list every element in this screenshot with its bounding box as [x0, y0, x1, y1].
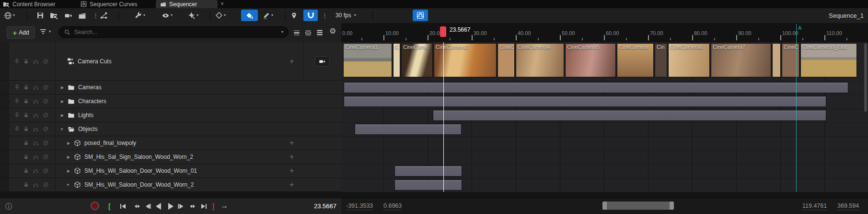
auto-key-button[interactable] [241, 10, 258, 21]
track-row-objects[interactable]: ▼ Objects [0, 122, 341, 136]
add-section-icon[interactable]: + [289, 153, 294, 161]
mute-icon[interactable] [43, 168, 49, 174]
playhead-line[interactable] [443, 42, 444, 192]
curve-editor-button[interactable] [413, 10, 428, 21]
lock-icon[interactable] [23, 168, 29, 174]
lock-icon[interactable] [23, 98, 29, 105]
tab-sequencer-curves[interactable]: Sequencer Curves [81, 0, 137, 8]
section-bar-characters[interactable] [344, 96, 826, 107]
solo-headphones-icon[interactable] [33, 98, 39, 105]
mute-icon[interactable] [43, 98, 49, 105]
mute-icon[interactable] [43, 140, 49, 146]
track-row-cameras[interactable]: ▶ Cameras [0, 81, 341, 95]
camera-cut-section[interactable]: CineCamera1 [343, 43, 392, 77]
keyframe-options-button[interactable]: ▾ [187, 10, 198, 21]
add-track-button[interactable]: + Add [7, 26, 35, 39]
track-row-posed-final-lowpoly[interactable]: ▶ posed_final_lowpoly + [0, 136, 341, 150]
solo-headphones-icon[interactable] [33, 112, 39, 119]
lock-icon[interactable] [23, 140, 29, 146]
spawn-marker-button[interactable] [290, 10, 298, 21]
search-input[interactable] [73, 28, 278, 36]
solo-headphones-icon[interactable] [33, 168, 39, 174]
camera-cut-section[interactable]: CineCamera [617, 43, 654, 77]
close-icon[interactable]: × [220, 0, 224, 8]
section-bar-cameras[interactable] [344, 82, 848, 93]
lock-icon[interactable] [23, 182, 29, 188]
camera-cut-section[interactable]: CineCamera9_Out [800, 43, 857, 77]
pin-icon[interactable] [14, 58, 20, 64]
scrollbar-left-cap[interactable] [602, 202, 607, 210]
previous-key-button[interactable] [133, 202, 140, 210]
lock-icon[interactable] [23, 58, 29, 64]
solo-headphones-icon[interactable] [33, 182, 39, 188]
record-button[interactable] [91, 202, 99, 210]
track-size-large-icon[interactable] [316, 29, 324, 36]
expand-arrow-icon[interactable]: ▶ [61, 113, 64, 118]
camera-cut-section[interactable]: C [393, 43, 400, 77]
section-bar-door-01[interactable] [394, 166, 462, 177]
solo-headphones-icon[interactable] [33, 84, 39, 91]
track-row-camera-cuts[interactable]: Camera Cuts + [0, 42, 341, 81]
timeline-area[interactable]: CineCamera1 C CineCame CineCamera2 CineC… [341, 42, 868, 192]
camera-cut-section[interactable]: CineC [498, 43, 515, 77]
mute-icon[interactable] [43, 112, 49, 119]
track-row-sm-his-wil-door-01[interactable]: ▶ SM_His_Wil_Saloon_Door_Wood_Worn_01 + [0, 164, 341, 178]
solo-headphones-icon[interactable] [33, 126, 39, 132]
camera-cut-section[interactable]: CineCamera7 [711, 43, 771, 77]
camera-cut-section[interactable]: CineCame [401, 43, 433, 77]
filter-button[interactable]: ▾ [39, 28, 51, 36]
browse-sequence-button[interactable] [50, 10, 58, 21]
next-key-button[interactable] [189, 202, 197, 210]
camera-lock-button[interactable] [314, 56, 330, 67]
play-reverse-button[interactable] [154, 202, 163, 211]
playhead-marker[interactable] [440, 26, 446, 37]
add-camera-cut-icon[interactable]: + [289, 57, 294, 66]
pin-icon[interactable] [14, 126, 20, 132]
step-forward-button[interactable] [177, 202, 185, 210]
render-options-dots-icon[interactable]: ⋮ [93, 10, 99, 21]
view-options-button[interactable]: ▾ [162, 10, 173, 21]
track-size-medium-icon[interactable] [304, 29, 312, 36]
chevron-down-icon[interactable]: ▾ [281, 30, 283, 34]
playback-start-bracket-icon[interactable]: [ [108, 202, 111, 210]
step-backward-button[interactable] [144, 202, 151, 210]
expand-arrow-icon[interactable]: ▶ [67, 169, 70, 173]
expand-arrow-icon[interactable]: ▶ [61, 99, 64, 104]
mute-icon[interactable] [43, 58, 49, 64]
actions-button[interactable]: ▾ [135, 10, 145, 21]
lock-icon[interactable] [23, 112, 29, 119]
pin-icon[interactable] [14, 98, 20, 105]
scrollbar-right-cap[interactable] [670, 202, 674, 210]
track-row-sm-his-wil-door-2[interactable]: ▼ SM_His_Wil_Saloon_Door_Wood_Worn_2 + [0, 178, 341, 192]
section-bar-door-2[interactable] [394, 179, 462, 190]
add-section-icon[interactable]: + [289, 180, 294, 189]
collapse-arrow-icon[interactable]: ▼ [66, 183, 70, 187]
pin-icon[interactable] [14, 112, 20, 119]
add-section-icon[interactable]: + [289, 166, 294, 175]
track-row-sm-his-sal-sign[interactable]: ▶ SM_His_Sal_Sign_Saloon_Wood_Worn_2 + [0, 150, 341, 164]
render-movie-button[interactable] [78, 10, 86, 21]
mute-icon[interactable] [43, 182, 49, 188]
tab-content-browser[interactable]: Content Browser [3, 0, 55, 8]
snap-options-dots-icon[interactable]: ⋮ [322, 10, 328, 21]
save-button[interactable] [36, 10, 44, 21]
world-options-button[interactable]: ▾ [4, 10, 15, 21]
snap-toggle-button[interactable] [303, 10, 318, 21]
jump-to-start-button[interactable] [119, 202, 127, 210]
pin-icon[interactable] [14, 84, 20, 91]
expand-arrow-icon[interactable]: ▶ [61, 85, 64, 90]
view-range-end-field[interactable]: 369.594 [837, 202, 859, 210]
playback-start-field[interactable]: 0.6963 [383, 202, 402, 210]
lock-icon[interactable] [23, 126, 29, 132]
collapse-arrow-icon[interactable]: ▼ [60, 127, 64, 131]
solo-headphones-icon[interactable] [33, 140, 39, 146]
camera-cut-section[interactable]: CineC [782, 43, 799, 77]
lock-icon[interactable] [23, 84, 29, 91]
camera-cut-section[interactable]: CineCamera4 [516, 43, 564, 77]
camera-cut-section[interactable] [772, 43, 781, 77]
camera-cut-section[interactable]: CineCamera6 [668, 43, 710, 77]
edit-mode-button[interactable]: ▾ [263, 10, 273, 21]
create-camera-button[interactable] [64, 10, 72, 21]
expand-arrow-icon[interactable]: ▶ [67, 141, 70, 145]
lock-icon[interactable] [23, 154, 29, 160]
